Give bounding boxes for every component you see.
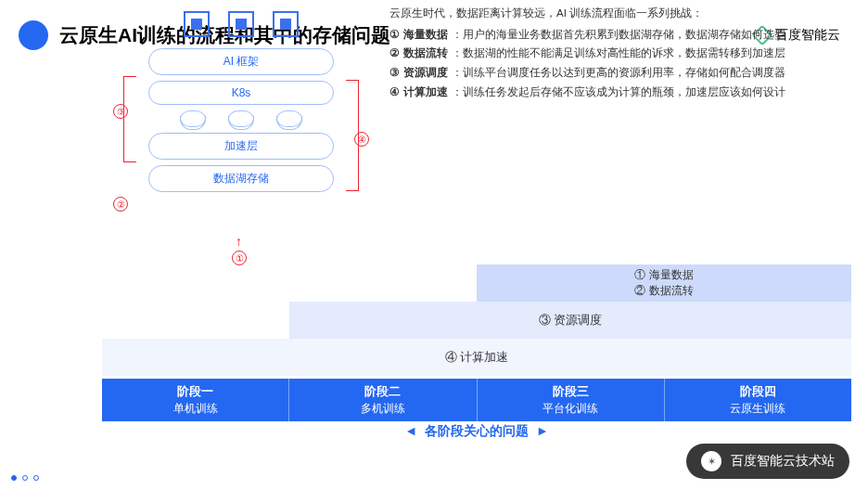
desc-item: ④计算加速：训练任务发起后存储不应该成为计算的瓶颈，加速层应该如何设计 xyxy=(389,83,844,102)
arrow-left-icon: ◄ xyxy=(404,423,417,438)
blue-dot-icon xyxy=(19,20,48,50)
desc-item: ①海量数据：用户的海量业务数据首先积累到数据湖存储，数据湖存储如何选型 xyxy=(389,25,844,45)
desc-item: ②数据流转：数据湖的性能不能满足训练对高性能的诉求，数据需转移到加速层 xyxy=(389,44,844,63)
dot-icon xyxy=(33,475,39,481)
layer-datalake: 数据湖存储 xyxy=(148,165,334,192)
phase-4: 阶段四云原生训练 xyxy=(665,379,851,421)
cylinder-icon xyxy=(228,110,254,127)
dot-icon xyxy=(22,475,28,481)
diagram-label-1: ① xyxy=(232,251,247,265)
chip-icon xyxy=(228,11,254,37)
dot-active-icon xyxy=(11,475,17,481)
cylinder-icon xyxy=(180,110,206,127)
chip-icon xyxy=(184,11,210,37)
phase-3: 阶段三平台化训练 xyxy=(478,379,665,421)
step-box-mid: ③ 资源调度 xyxy=(289,302,851,339)
description-block: 云原生时代，数据距离计算较远，AI 训练流程面临一系列挑战： ①海量数据：用户的… xyxy=(389,4,844,101)
diagram-label-2: ② xyxy=(113,197,128,212)
wechat-badge[interactable]: ✶ 百度智能云技术站 xyxy=(686,444,849,479)
desc-intro: 云原生时代，数据距离计算较远，AI 训练流程面临一系列挑战： xyxy=(389,4,844,23)
arrow-right-icon: ► xyxy=(536,423,549,438)
layer-ai-framework: AI 框架 xyxy=(148,48,334,75)
wechat-text: 百度智能云技术站 xyxy=(731,453,835,470)
step-box-bottom: ④ 计算加速 xyxy=(102,339,851,376)
layer-accel: 加速层 xyxy=(148,133,334,160)
step-box-top: ① 海量数据 ② 数据流转 xyxy=(477,264,851,302)
phase-1: 阶段一单机训练 xyxy=(102,379,289,421)
wechat-icon: ✶ xyxy=(701,451,721,471)
arrow-icon: ↑ xyxy=(236,234,242,249)
chip-icon xyxy=(273,11,299,37)
page-indicator xyxy=(11,475,39,481)
arrow-path-left xyxy=(123,76,136,162)
axis-label: ◄ 各阶段关心的问题 ► xyxy=(102,423,851,440)
layer-k8s: K8s xyxy=(148,81,334,105)
arrow-path-right xyxy=(346,80,359,191)
phase-row: 阶段一单机训练 阶段二多机训练 阶段三平台化训练 阶段四云原生训练 xyxy=(102,379,851,421)
cylinder-icon xyxy=(276,110,302,127)
desc-item: ③资源调度：训练平台调度任务以达到更高的资源利用率，存储如何配合调度器 xyxy=(389,63,844,83)
phase-2: 阶段二多机训练 xyxy=(289,379,477,421)
architecture-diagram: AI 框架 K8s 加速层 数据湖存储 ① ↑ ② ③ ④ xyxy=(121,11,362,198)
